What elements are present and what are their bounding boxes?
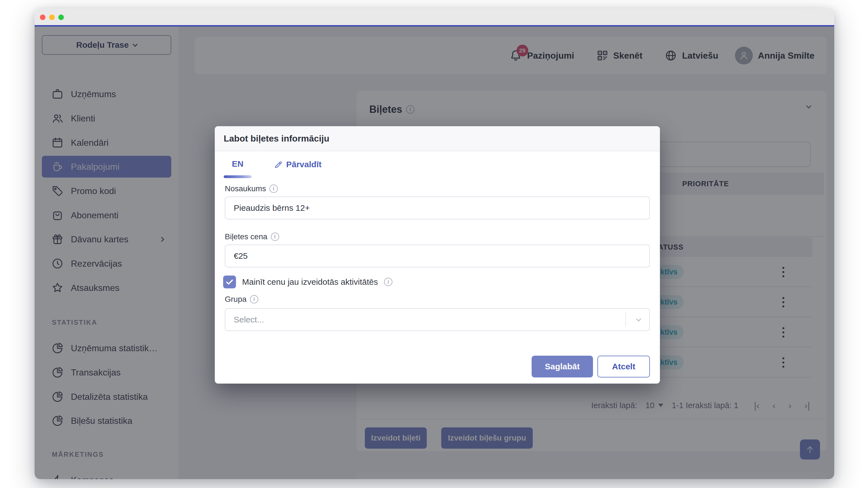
modal-header: Labot biļetes informāciju: [215, 126, 660, 151]
chevron-down-icon: [636, 316, 641, 321]
checkbox-label: Mainīt cenu jau izveidotās aktivitātēs: [242, 277, 378, 287]
select-divider: [625, 313, 626, 327]
minimize-window-button[interactable]: [49, 15, 55, 20]
name-label: Nosaukums: [225, 184, 266, 193]
close-window-button[interactable]: [40, 15, 45, 20]
info-icon: i: [271, 233, 279, 241]
info-icon: i: [384, 278, 393, 286]
info-icon: i: [270, 184, 278, 193]
group-select[interactable]: Select...: [225, 308, 650, 331]
change-price-checkbox-row: Mainīt cenu jau izveidotās aktivitātēs i: [223, 275, 393, 289]
group-field-label-row: Grupa i: [225, 294, 258, 305]
price-label: Biļetes cena: [225, 232, 268, 241]
active-tab-underline: [224, 175, 252, 178]
change-price-checkbox[interactable]: [223, 276, 236, 288]
titlebar: [35, 8, 834, 25]
group-label: Grupa: [225, 295, 247, 304]
tab-manage-languages[interactable]: Pārvaldīt: [274, 157, 321, 171]
name-field-label-row: Nosaukums i: [225, 183, 278, 194]
edit-ticket-modal: Labot biļetes informāciju EN Pārvaldīt N…: [215, 126, 660, 383]
cancel-button[interactable]: Atcelt: [597, 356, 650, 377]
tab-manage-label: Pārvaldīt: [286, 160, 321, 169]
price-input[interactable]: [225, 245, 650, 267]
app-window: Rodeļu Trase Uzņēmums Klienti Kalendāri …: [35, 8, 834, 479]
price-field-label-row: Biļetes cena i: [225, 231, 279, 242]
modal-title: Labot biļetes informāciju: [224, 126, 330, 151]
group-select-placeholder: Select...: [234, 315, 264, 324]
zoom-window-button[interactable]: [58, 15, 64, 20]
info-icon: i: [250, 295, 258, 304]
tab-en[interactable]: EN: [224, 159, 252, 169]
name-input[interactable]: [225, 197, 650, 220]
save-button[interactable]: Saglabāt: [532, 356, 593, 377]
pencil-icon: [274, 160, 283, 169]
